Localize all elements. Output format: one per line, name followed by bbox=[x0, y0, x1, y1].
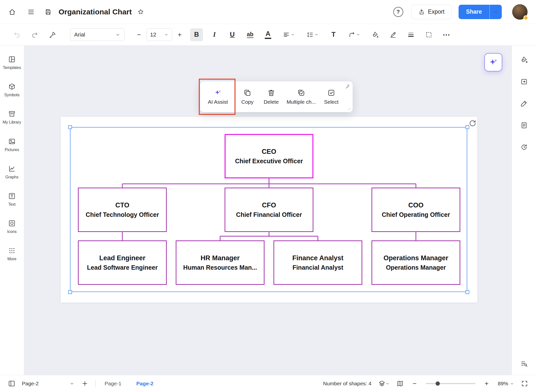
sidebar-item-my-library[interactable]: My Library bbox=[0, 110, 24, 125]
page-panel-button[interactable] bbox=[8, 380, 15, 387]
app-window: Organizational Chart ? Export Share Aria… bbox=[0, 0, 536, 392]
connector-tool-button[interactable] bbox=[345, 28, 364, 41]
main-menu-button[interactable] bbox=[27, 8, 35, 16]
highlighter-button[interactable] bbox=[387, 28, 400, 41]
pin-toolbar-icon[interactable] bbox=[345, 83, 350, 89]
favorite-button[interactable] bbox=[137, 8, 144, 15]
pen-tool-panel-button[interactable] bbox=[520, 100, 528, 107]
org-node-cto[interactable]: CTO Chief Technology Officer bbox=[78, 188, 167, 232]
context-delete-button[interactable]: Delete bbox=[259, 89, 283, 105]
page-selector-dropdown[interactable]: Page-2 bbox=[22, 381, 74, 387]
font-size-increase-button[interactable]: + bbox=[174, 29, 185, 40]
sidebar-item-icons[interactable]: Icons bbox=[0, 220, 24, 234]
zoom-slider-thumb[interactable] bbox=[436, 382, 440, 386]
format-painter-button[interactable] bbox=[46, 28, 59, 41]
format-toolbar: Arial − 12 + B I U ab A T bbox=[0, 24, 536, 46]
shapes-count-label: Number of shapes: 4 bbox=[323, 381, 371, 387]
home-button[interactable] bbox=[8, 8, 16, 16]
add-page-button[interactable] bbox=[81, 380, 88, 387]
user-avatar[interactable] bbox=[512, 4, 528, 20]
statusbar-divider bbox=[95, 380, 96, 387]
layers-button[interactable] bbox=[378, 380, 390, 387]
chevron-down-icon bbox=[115, 32, 120, 37]
org-node-cfo[interactable]: CFO Chief Financial Officer bbox=[225, 188, 313, 232]
style-fill-panel-button[interactable] bbox=[520, 56, 528, 64]
sidebar-item-text[interactable]: Text bbox=[0, 192, 24, 207]
notes-panel-button[interactable] bbox=[520, 122, 528, 129]
line-spacing-button[interactable] bbox=[303, 28, 322, 41]
chevron-down-icon bbox=[164, 33, 168, 37]
more-tools-button[interactable]: ⋯ bbox=[440, 28, 453, 41]
border-style-button[interactable] bbox=[422, 28, 435, 41]
font-color-button[interactable]: A bbox=[262, 28, 274, 41]
sidebar-item-more[interactable]: More bbox=[0, 247, 24, 261]
ai-assistant-button[interactable] bbox=[484, 53, 502, 71]
graphs-icon bbox=[8, 165, 16, 172]
selection-handle-top-left[interactable] bbox=[68, 125, 72, 129]
bold-button[interactable]: B bbox=[190, 28, 203, 41]
org-node-operations-manager[interactable]: Operations Manager Operations Manager bbox=[371, 240, 460, 285]
zoom-in-button[interactable]: + bbox=[482, 379, 491, 389]
sidebar-item-graphs[interactable]: Graphs bbox=[0, 165, 24, 179]
tab-page-1[interactable]: Page-1 bbox=[103, 381, 124, 387]
text-tool-button[interactable]: T bbox=[327, 28, 340, 41]
org-node-subtitle: Chief Financial Officer bbox=[236, 211, 302, 218]
zoom-out-button[interactable]: − bbox=[410, 379, 419, 389]
italic-button[interactable]: I bbox=[208, 28, 221, 41]
sidebar-item-templates[interactable]: Templates bbox=[0, 56, 24, 70]
text-align-button[interactable] bbox=[279, 28, 298, 41]
history-clock-icon bbox=[520, 143, 528, 151]
org-node-lead-engineer[interactable]: Lead Engineer Lead Software Engineer bbox=[78, 240, 167, 285]
org-node-hr-manager[interactable]: HR Manager Human Resources Man... bbox=[176, 240, 265, 285]
zoom-level-dropdown[interactable]: 89% bbox=[498, 381, 514, 387]
paint-bucket-icon bbox=[372, 31, 379, 38]
context-copy-button[interactable]: Copy bbox=[235, 89, 259, 105]
help-glyph: ? bbox=[397, 9, 400, 15]
help-button[interactable]: ? bbox=[393, 7, 403, 17]
redo-button[interactable] bbox=[28, 28, 41, 41]
selection-handle-bottom-right[interactable] bbox=[466, 290, 469, 294]
selection-handle-bottom-left[interactable] bbox=[68, 290, 72, 294]
sidebar-item-pictures[interactable]: Pictures bbox=[0, 138, 24, 152]
undo-button[interactable] bbox=[10, 28, 23, 41]
document-title: Organizational Chart bbox=[59, 8, 132, 16]
arrange-panel-button[interactable] bbox=[520, 78, 528, 85]
left-sidebar: Templates Symbols My Library Pictures Gr… bbox=[0, 46, 24, 375]
underline-button[interactable]: U bbox=[226, 28, 239, 41]
fill-color-button[interactable] bbox=[369, 28, 382, 41]
sidebar-item-symbols[interactable]: Symbols bbox=[0, 83, 24, 97]
context-ai-assist-button[interactable]: AI Assist bbox=[200, 89, 235, 105]
context-multiple-choice-button[interactable]: Multiple ch... bbox=[283, 89, 319, 105]
context-select-button[interactable]: Select bbox=[319, 89, 343, 105]
org-node-ceo[interactable]: CEO Chief Executive Officer bbox=[225, 134, 313, 178]
font-family-select[interactable]: Arial bbox=[70, 29, 125, 41]
share-dropdown-chevron-icon[interactable] bbox=[490, 5, 502, 19]
history-panel-button[interactable] bbox=[520, 143, 528, 151]
pages-panel-icon bbox=[8, 380, 15, 387]
ai-sparkle-icon bbox=[488, 57, 498, 67]
font-size-select[interactable]: 12 bbox=[146, 29, 172, 41]
zoom-slider[interactable] bbox=[426, 383, 475, 384]
org-node-finance-analyst[interactable]: Finance Analyst Financial Analyst bbox=[273, 240, 362, 285]
line-weight-button[interactable] bbox=[404, 28, 417, 41]
org-node-subtitle: Chief Executive Officer bbox=[235, 158, 303, 165]
fullscreen-button[interactable] bbox=[521, 380, 528, 387]
chevron-down-icon bbox=[69, 381, 74, 386]
save-button[interactable] bbox=[45, 8, 52, 15]
outline-panel-button[interactable] bbox=[520, 360, 528, 367]
font-size-decrease-button[interactable]: − bbox=[134, 29, 144, 40]
highlighter-icon bbox=[390, 31, 397, 38]
rotate-handle[interactable] bbox=[469, 120, 476, 127]
home-icon bbox=[8, 8, 16, 16]
canvas-area[interactable]: CEO Chief Executive Officer CTO Chief Te… bbox=[24, 46, 512, 375]
navigator-map-button[interactable] bbox=[397, 380, 403, 387]
templates-icon bbox=[8, 56, 16, 63]
tab-page-2[interactable]: Page-2 bbox=[134, 381, 155, 387]
share-button[interactable]: Share bbox=[459, 5, 502, 19]
org-node-subtitle: Lead Software Engineer bbox=[87, 264, 158, 271]
fullscreen-icon bbox=[521, 380, 528, 387]
org-node-coo[interactable]: COO Chief Operating Officer bbox=[371, 188, 460, 232]
more-grid-icon bbox=[8, 247, 16, 254]
export-button[interactable]: Export bbox=[411, 5, 452, 19]
strikethrough-button[interactable]: ab bbox=[244, 28, 257, 41]
